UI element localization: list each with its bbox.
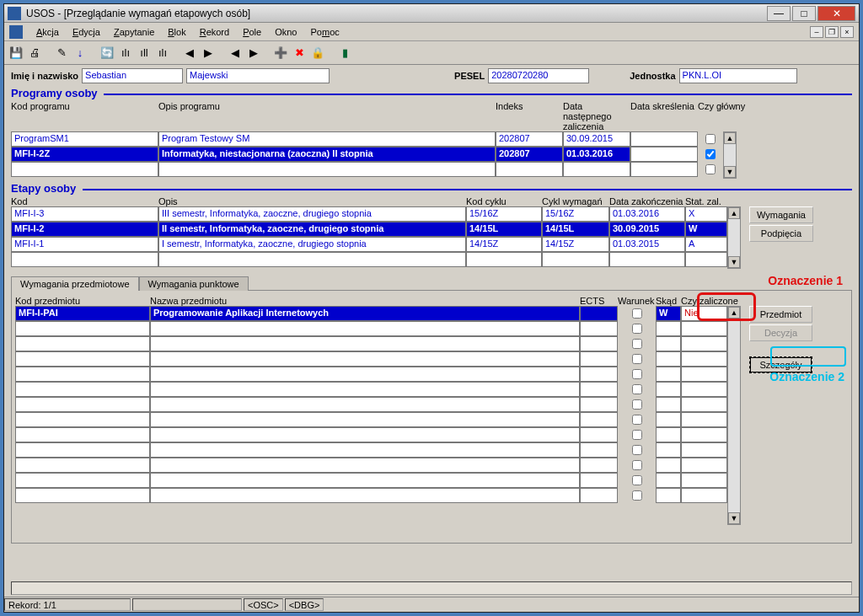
delete-icon[interactable]: ✖ (291, 45, 308, 62)
warunek-checkbox[interactable] (632, 324, 642, 334)
podpiecia-button[interactable]: Podpięcia (749, 225, 813, 242)
menu-blok[interactable]: Blok (161, 25, 192, 39)
warunek-checkbox[interactable] (632, 445, 642, 455)
warunek-checkbox[interactable] (632, 369, 642, 379)
wymagania-row[interactable] (15, 412, 727, 427)
down-icon[interactable]: ↓ (72, 45, 88, 62)
close-button[interactable]: ✕ (817, 6, 855, 21)
wymagania-scrollbar[interactable]: ▲ ▼ (727, 306, 741, 525)
etapy-scrollbar[interactable]: ▲ ▼ (727, 206, 741, 269)
last-name-field[interactable]: Majewski (186, 68, 330, 83)
mdi-restore-button[interactable]: ❐ (825, 26, 839, 38)
scroll-down-icon[interactable]: ▼ (728, 512, 740, 524)
menu-rekord[interactable]: Rekord (193, 25, 236, 39)
warunek-checkbox[interactable] (632, 430, 642, 440)
czy-glowny-checkbox[interactable] (705, 164, 716, 174)
warunek-checkbox[interactable] (632, 399, 642, 410)
bars2-icon[interactable]: ıll (136, 45, 153, 62)
menu-edycja[interactable]: Edycja (66, 25, 107, 39)
hdr-kod-cyklu: Kod cyklu (466, 196, 542, 206)
wymagania-row[interactable] (15, 458, 727, 473)
menu-akcja[interactable]: Akcja (29, 25, 66, 39)
status-osc: <OSC> (244, 598, 283, 611)
etapy-row[interactable]: MFI-I-1I semestr, Informatyka, zaoczne, … (11, 237, 727, 252)
scroll-up-icon[interactable]: ▲ (724, 132, 736, 144)
warunek-checkbox[interactable] (632, 460, 642, 470)
menu-zapytanie[interactable]: Zapytanie (107, 25, 161, 39)
next-icon[interactable]: ▶ (200, 45, 217, 62)
menu-okno[interactable]: Okno (268, 25, 303, 39)
menu-pole[interactable]: Pole (236, 25, 268, 39)
programy-row[interactable]: ProgramSM1Program Testowy SM20280730.09.… (11, 131, 723, 147)
scroll-up-icon[interactable]: ▲ (728, 307, 740, 319)
pesel-field[interactable]: 20280720280 (488, 68, 589, 83)
scroll-up-icon[interactable]: ▲ (728, 207, 740, 219)
tab-wymagania-przedmiotowe[interactable]: Wymagania przedmiotowe (11, 276, 139, 291)
save-icon[interactable]: 💾 (8, 45, 24, 62)
annotation-1-label: Oznaczenie 1 (768, 274, 843, 287)
programy-row[interactable] (11, 162, 723, 177)
decyzja-button[interactable]: Decyzja (749, 324, 812, 341)
bars3-icon[interactable]: ılı (154, 45, 171, 62)
wymagania-row[interactable] (15, 473, 727, 488)
scroll-down-icon[interactable]: ▼ (724, 166, 736, 178)
wymagania-row[interactable] (15, 488, 727, 503)
czy-glowny-checkbox[interactable] (705, 134, 716, 144)
etapy-row[interactable] (11, 252, 727, 267)
status-dbg: <DBG> (285, 598, 324, 611)
section-programy: Programy osoby (11, 87, 852, 99)
exit-icon[interactable]: ▮ (336, 45, 353, 62)
wymagania-row[interactable] (15, 321, 727, 336)
toolbar: 💾 🖨 ✎ ↓ 🔄 ılı ıll ılı ◀ ▶ ◀ ▶ ➕ ✖ 🔒 ▮ (4, 41, 859, 65)
next2-icon[interactable]: ▶ (245, 45, 262, 62)
status-empty (132, 598, 242, 611)
label-unit: Jednostka (630, 71, 675, 81)
edit-icon[interactable]: ✎ (53, 45, 70, 62)
prev-icon[interactable]: ◀ (181, 45, 198, 62)
etapy-row[interactable]: MFI-I-2II semestr, Informatyka, zaoczne,… (11, 222, 727, 237)
przedmiot-button[interactable]: Przedmiot (749, 306, 812, 323)
unit-field[interactable]: PKN.L.OI (679, 68, 797, 83)
tab-wymagania-punktowe[interactable]: Wymagania punktowe (139, 276, 249, 291)
warunek-checkbox[interactable] (632, 475, 642, 485)
warunek-checkbox[interactable] (632, 415, 642, 425)
wymagania-row[interactable] (15, 382, 727, 397)
mdi-minimize-button[interactable]: – (810, 26, 823, 38)
mdi-icon (9, 25, 23, 39)
wymagania-row[interactable] (15, 336, 727, 351)
etapy-row[interactable]: MFI-I-3III semestr, Informatyka, zaoczne… (11, 206, 727, 222)
app-icon (8, 7, 21, 20)
section-etapy: Etapy osoby (11, 182, 852, 195)
hdr-cykl-wymagan: Cykl wymagań (542, 196, 609, 206)
mdi-close-button[interactable]: × (840, 26, 854, 38)
wymagania-row[interactable] (15, 427, 727, 442)
warunek-checkbox[interactable] (632, 308, 642, 319)
wymagania-button[interactable]: Wymagania (749, 206, 813, 223)
bars1-icon[interactable]: ılı (117, 45, 134, 62)
warunek-checkbox[interactable] (632, 490, 642, 501)
prev2-icon[interactable]: ◀ (227, 45, 244, 62)
warunek-checkbox[interactable] (632, 339, 642, 349)
print-icon[interactable]: 🖨 (26, 45, 43, 62)
wymagania-row[interactable] (15, 397, 727, 412)
minimize-button[interactable]: ― (767, 6, 791, 21)
menu-pomoc[interactable]: Pomoc (303, 25, 346, 39)
wymagania-row[interactable]: MFI-I-PAIProgramowanie Aplikacji Interne… (15, 306, 727, 321)
refresh-icon[interactable]: 🔄 (99, 45, 115, 62)
wymagania-row[interactable] (15, 442, 727, 458)
first-name-field[interactable]: Sebastian (82, 68, 183, 83)
maximize-button[interactable]: □ (792, 6, 816, 21)
scroll-down-icon[interactable]: ▼ (728, 256, 740, 268)
czy-glowny-checkbox[interactable] (705, 149, 716, 159)
hdr-indeks: Indeks (496, 101, 563, 131)
add-icon[interactable]: ➕ (272, 45, 289, 62)
wymagania-row[interactable] (15, 367, 727, 382)
warunek-checkbox[interactable] (632, 354, 642, 364)
lock-icon[interactable]: 🔒 (309, 45, 326, 62)
wymagania-row[interactable] (15, 351, 727, 367)
hdr-opis: Opis (158, 196, 466, 206)
hdr-kod-programu: Kod programu (11, 101, 158, 131)
programy-scrollbar[interactable]: ▲ ▼ (723, 131, 737, 179)
warunek-checkbox[interactable] (632, 384, 642, 394)
programy-row[interactable]: MFI-I-2ZInformatyka, niestacjonarna (zao… (11, 147, 723, 162)
